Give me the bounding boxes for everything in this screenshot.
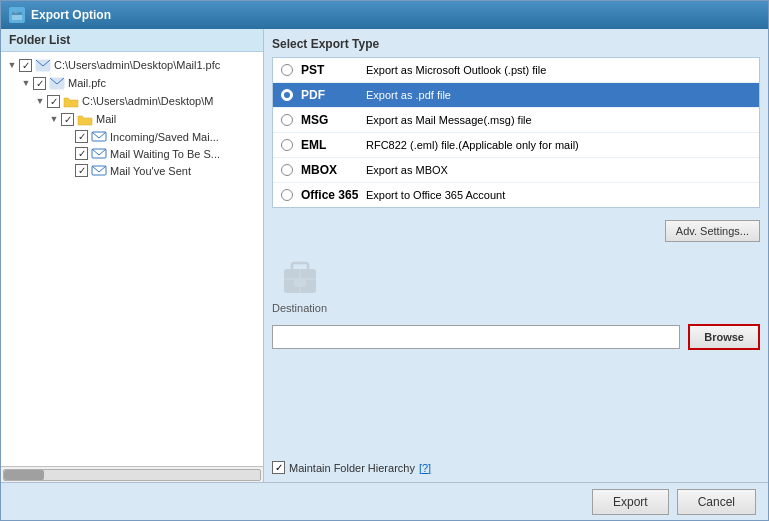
folder-label-desktop_m: C:\Users\admin\Desktop\M <box>82 95 213 107</box>
radio-msg <box>281 114 293 126</box>
maintain-hierarchy-link[interactable]: [?] <box>419 462 431 474</box>
folder-panel-header: Folder List <box>1 29 263 52</box>
maintain-hierarchy-label: Maintain Folder Hierarchy <box>289 462 415 474</box>
browse-button[interactable]: Browse <box>688 324 760 350</box>
title-icon <box>9 7 25 23</box>
checkbox-sent[interactable] <box>75 164 88 177</box>
main-window: Export Option Folder List ▼ C:\Users\adm… <box>0 0 769 521</box>
export-type-eml[interactable]: EML RFC822 (.eml) file.(Applicable only … <box>273 133 759 158</box>
mail-icon-incoming <box>91 130 107 143</box>
checkbox-mail_pfc[interactable] <box>33 77 46 90</box>
export-desc-pdf: Export as .pdf file <box>366 89 451 101</box>
folder-icon-mail <box>77 113 93 126</box>
folder-tree[interactable]: ▼ C:\Users\admin\Desktop\Mail1.pfc▼ Mail… <box>1 52 263 466</box>
checkbox-waiting[interactable] <box>75 147 88 160</box>
path-input[interactable] <box>272 325 680 349</box>
export-code-pst: PST <box>301 63 366 77</box>
destination-section: Destination <box>272 250 760 314</box>
folder-item-mail_pfc[interactable]: ▼ Mail.pfc <box>1 74 263 92</box>
radio-pst <box>281 64 293 76</box>
export-code-eml: EML <box>301 138 366 152</box>
folder-label-waiting: Mail Waiting To Be S... <box>110 148 220 160</box>
destination-icon-area: Destination <box>272 250 327 314</box>
maintain-hierarchy-checkbox[interactable]: ✓ <box>272 461 285 474</box>
folder-item-waiting[interactable]: Mail Waiting To Be S... <box>1 145 263 162</box>
browse-row: Browse <box>272 324 760 350</box>
export-desc-office365: Export to Office 365 Account <box>366 189 505 201</box>
radio-eml <box>281 139 293 151</box>
export-desc-mbox: Export as MBOX <box>366 164 448 176</box>
export-type-header: Select Export Type <box>272 37 760 51</box>
folder-label-root: C:\Users\admin\Desktop\Mail1.pfc <box>54 59 220 71</box>
checkbox-root[interactable] <box>19 59 32 72</box>
title-bar: Export Option <box>1 1 768 29</box>
bottom-bar: Export Cancel <box>1 482 768 520</box>
export-code-office365: Office 365 <box>301 188 366 202</box>
folder-label-sent: Mail You've Sent <box>110 165 191 177</box>
expander-root[interactable]: ▼ <box>5 58 19 72</box>
folder-item-root[interactable]: ▼ C:\Users\admin\Desktop\Mail1.pfc <box>1 56 263 74</box>
export-button[interactable]: Export <box>592 489 669 515</box>
mail-folder-icon <box>35 59 51 72</box>
mail-icon-sent <box>91 164 107 177</box>
checkbox-mail[interactable] <box>61 113 74 126</box>
export-desc-eml: RFC822 (.eml) file.(Applicable only for … <box>366 139 579 151</box>
export-type-mbox[interactable]: MBOX Export as MBOX <box>273 158 759 183</box>
export-type-pdf[interactable]: PDF Export as .pdf file <box>273 83 759 108</box>
right-panel: Select Export Type PST Export as Microso… <box>264 29 768 482</box>
folder-item-incoming[interactable]: Incoming/Saved Mai... <box>1 128 263 145</box>
scrollbar-thumb <box>4 470 44 480</box>
folder-item-mail[interactable]: ▼ Mail <box>1 110 263 128</box>
export-type-msg[interactable]: MSG Export as Mail Message(.msg) file <box>273 108 759 133</box>
export-type-pst[interactable]: PST Export as Microsoft Outlook (.pst) f… <box>273 58 759 83</box>
folder-item-desktop_m[interactable]: ▼ C:\Users\admin\Desktop\M <box>1 92 263 110</box>
export-type-office365[interactable]: Office 365 Export to Office 365 Account <box>273 183 759 207</box>
folder-label-mail: Mail <box>96 113 116 125</box>
bottom-section: Adv. Settings... <box>272 216 760 474</box>
folder-icon-desktop_m <box>63 95 79 108</box>
horizontal-scrollbar[interactable] <box>3 469 261 481</box>
cancel-button[interactable]: Cancel <box>677 489 756 515</box>
radio-office365 <box>281 189 293 201</box>
folder-label-mail_pfc: Mail.pfc <box>68 77 106 89</box>
export-desc-msg: Export as Mail Message(.msg) file <box>366 114 532 126</box>
export-code-pdf: PDF <box>301 88 366 102</box>
export-desc-pst: Export as Microsoft Outlook (.pst) file <box>366 64 546 76</box>
folder-label-incoming: Incoming/Saved Mai... <box>110 131 219 143</box>
expander-mail[interactable]: ▼ <box>47 112 61 126</box>
folder-item-sent[interactable]: Mail You've Sent <box>1 162 263 179</box>
expander-mail_pfc[interactable]: ▼ <box>19 76 33 90</box>
horizontal-scrollbar-area <box>1 466 263 482</box>
export-code-msg: MSG <box>301 113 366 127</box>
checkbox-incoming[interactable] <box>75 130 88 143</box>
adv-settings-row: Adv. Settings... <box>272 220 760 242</box>
checkbox-desktop_m[interactable] <box>47 95 60 108</box>
spacer <box>272 350 760 453</box>
export-code-mbox: MBOX <box>301 163 366 177</box>
destination-icon <box>275 250 325 300</box>
destination-label: Destination <box>272 302 327 314</box>
expander-desktop_m[interactable]: ▼ <box>33 94 47 108</box>
mail-icon-waiting <box>91 147 107 160</box>
radio-mbox <box>281 164 293 176</box>
title-text: Export Option <box>31 8 111 22</box>
export-type-list: PST Export as Microsoft Outlook (.pst) f… <box>272 57 760 208</box>
adv-settings-button[interactable]: Adv. Settings... <box>665 220 760 242</box>
maintain-hierarchy-row: ✓ Maintain Folder Hierarchy [?] <box>272 453 760 474</box>
svg-rect-2 <box>14 10 18 13</box>
folder-panel: Folder List ▼ C:\Users\admin\Desktop\Mai… <box>1 29 264 482</box>
mail-folder-icon <box>49 77 65 90</box>
content-area: Folder List ▼ C:\Users\admin\Desktop\Mai… <box>1 29 768 482</box>
radio-pdf <box>281 89 293 101</box>
